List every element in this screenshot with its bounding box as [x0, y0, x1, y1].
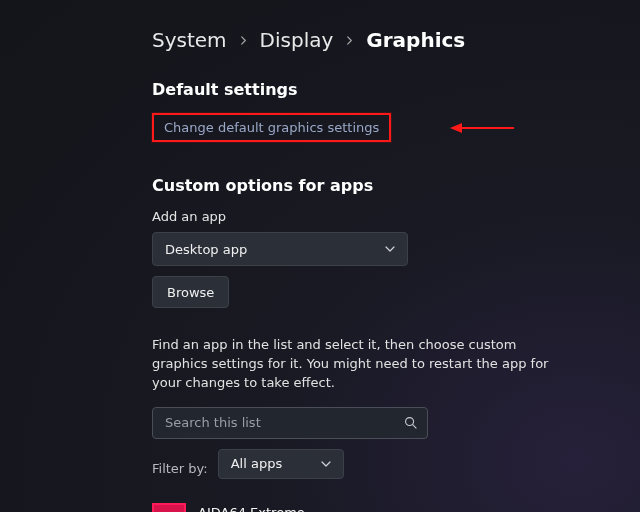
- aida64-icon: 64: [152, 503, 186, 512]
- app-name: AIDA64 Extreme: [198, 505, 439, 512]
- add-app-label: Add an app: [152, 209, 640, 224]
- app-type-value: Desktop app: [165, 242, 247, 257]
- breadcrumb: System Display Graphics: [152, 28, 640, 52]
- browse-button[interactable]: Browse: [152, 276, 229, 308]
- filter-row: Filter by: All apps: [152, 449, 640, 489]
- browse-button-label: Browse: [167, 285, 214, 300]
- search-input[interactable]: [152, 407, 428, 439]
- filter-label: Filter by:: [152, 461, 208, 476]
- help-text: Find an app in the list and select it, t…: [152, 336, 572, 393]
- chevron-down-icon: [385, 244, 395, 254]
- svg-marker-1: [450, 123, 462, 133]
- chevron-down-icon: [321, 459, 331, 469]
- svg-line-3: [413, 425, 416, 428]
- app-row-aida64[interactable]: 64 AIDA64 Extreme Let Windows decide (Hi…: [152, 503, 640, 512]
- filter-select[interactable]: All apps: [218, 449, 344, 479]
- chevron-right-icon: [345, 36, 354, 45]
- search-field[interactable]: [163, 414, 404, 431]
- section-default-settings: Default settings: [152, 80, 640, 99]
- chevron-right-icon: [239, 36, 248, 45]
- annotation-arrow-icon: [450, 121, 516, 135]
- breadcrumb-current: Graphics: [366, 28, 465, 52]
- app-type-select[interactable]: Desktop app: [152, 232, 408, 266]
- search-icon: [404, 416, 417, 429]
- change-default-graphics-link[interactable]: Change default graphics settings: [152, 113, 391, 142]
- app-list: 64 AIDA64 Extreme Let Windows decide (Hi…: [152, 503, 640, 512]
- filter-value: All apps: [231, 456, 283, 471]
- section-custom-options: Custom options for apps: [152, 176, 640, 195]
- breadcrumb-system[interactable]: System: [152, 28, 227, 52]
- breadcrumb-display[interactable]: Display: [260, 28, 334, 52]
